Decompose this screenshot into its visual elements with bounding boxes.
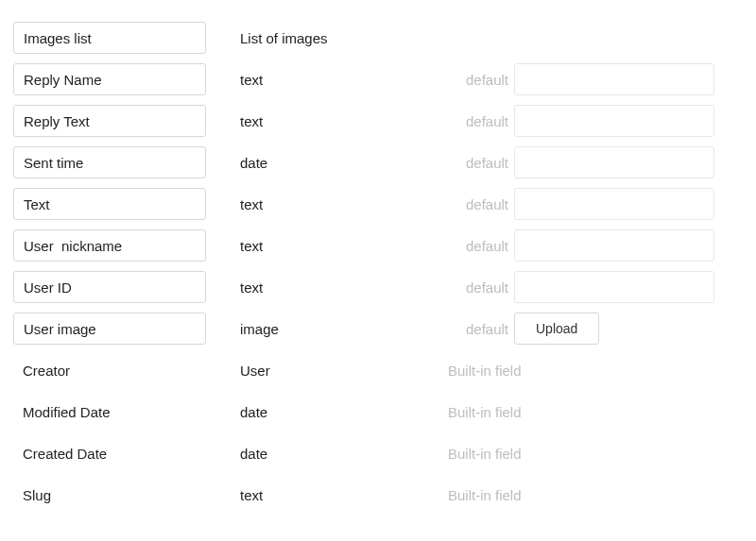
field-name-input[interactable] <box>13 105 206 137</box>
field-type-label: date <box>212 404 448 420</box>
default-label: default <box>448 238 514 254</box>
field-type-label: text <box>212 113 448 129</box>
default-value-input[interactable] <box>514 105 714 137</box>
default-label: default <box>448 113 514 129</box>
field-name-label: Modified Date <box>13 404 212 420</box>
field-name-input[interactable] <box>13 146 206 178</box>
field-row: textdefault <box>13 266 743 308</box>
default-label: default <box>448 155 514 171</box>
field-type-label: User <box>212 363 448 379</box>
field-row: textdefault <box>13 225 743 266</box>
default-label: default <box>448 72 514 88</box>
field-name-label: Created Date <box>13 446 212 462</box>
field-name-input[interactable] <box>13 188 206 220</box>
field-row: imagedefaultUpload <box>13 308 743 349</box>
field-name-input[interactable] <box>13 63 206 95</box>
default-value-input[interactable] <box>514 63 714 95</box>
field-name-input[interactable] <box>13 229 206 262</box>
field-row: List of images <box>13 17 743 59</box>
field-type-label: text <box>212 238 448 254</box>
default-label: default <box>448 196 514 212</box>
field-type-label: text <box>212 72 448 88</box>
default-label: default <box>448 321 514 337</box>
field-name-input[interactable] <box>13 22 206 54</box>
field-type-label: text <box>212 487 448 503</box>
field-row: textdefault <box>13 100 743 142</box>
field-type-label: date <box>212 446 448 462</box>
field-row: textdefault <box>13 183 743 225</box>
default-value-input[interactable] <box>514 229 714 262</box>
field-type-label: image <box>212 321 448 337</box>
default-value-input[interactable] <box>514 146 714 178</box>
field-row: textdefault <box>13 59 743 100</box>
default-value-input[interactable] <box>514 188 714 220</box>
builtin-field-label: Built-in field <box>448 446 743 462</box>
upload-button[interactable]: Upload <box>514 313 599 345</box>
field-type-label: text <box>212 279 448 296</box>
field-type-label: List of images <box>212 30 448 46</box>
field-type-label: date <box>212 155 448 171</box>
field-type-label: text <box>212 196 448 212</box>
default-label: default <box>448 279 514 296</box>
builtin-field-label: Built-in field <box>448 363 743 379</box>
field-row: datedefault <box>13 142 743 183</box>
builtin-field-label: Built-in field <box>448 404 743 420</box>
field-row: Modified DatedateBuilt-in field <box>13 391 743 432</box>
default-value-input[interactable] <box>514 271 714 303</box>
field-row: CreatorUserBuilt-in field <box>13 349 743 391</box>
field-row: SlugtextBuilt-in field <box>13 474 743 516</box>
builtin-field-label: Built-in field <box>448 487 743 503</box>
field-name-label: Slug <box>13 487 212 503</box>
field-name-input[interactable] <box>13 313 206 345</box>
field-name-input[interactable] <box>13 271 206 303</box>
field-row: Created DatedateBuilt-in field <box>13 432 743 474</box>
field-name-label: Creator <box>13 363 212 379</box>
